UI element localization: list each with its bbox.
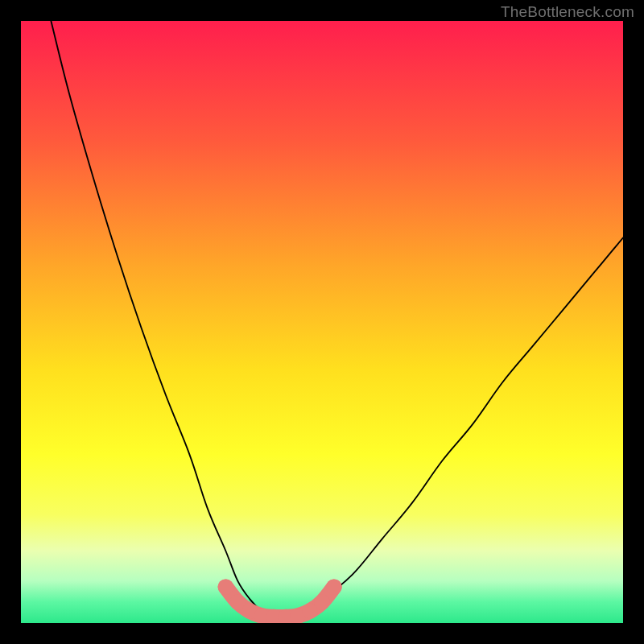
chart-svg [21, 21, 623, 623]
optimal-range-point [218, 579, 233, 594]
outer-frame: TheBottleneck.com [0, 0, 644, 644]
optimal-range-point [326, 579, 341, 594]
watermark-text: TheBottleneck.com [501, 3, 634, 21]
gradient-background [21, 21, 623, 623]
chart-plot-area [21, 21, 623, 623]
optimal-range-point [314, 594, 329, 609]
